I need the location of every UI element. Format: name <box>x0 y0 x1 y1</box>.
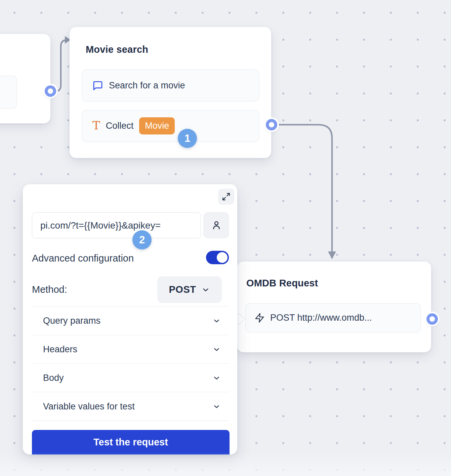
advanced-configuration-label: Advanced configuration <box>32 253 134 264</box>
flow-canvas[interactable]: Movie search Search for a movie T Collec… <box>0 0 451 476</box>
section-label: Body <box>43 373 64 383</box>
wire-movie-to-omdb <box>277 125 332 252</box>
chevron-down-icon <box>201 285 210 294</box>
node-movie-search[interactable]: Movie search Search for a movie T Collec… <box>70 27 271 158</box>
chevron-down-icon <box>212 374 221 382</box>
wire-left-to-movie <box>51 40 67 91</box>
advanced-configuration-row: Advanced configuration <box>32 250 229 266</box>
method-value: POST <box>169 284 196 295</box>
node-item[interactable] <box>0 76 17 109</box>
method-select[interactable]: POST <box>157 276 222 303</box>
node-item-send-message[interactable]: Search for a movie <box>82 70 259 102</box>
chat-bubble-icon <box>92 80 103 91</box>
node-item-label: Search for a movie <box>109 80 185 91</box>
section-headers[interactable]: Headers <box>32 335 229 364</box>
section-body[interactable]: Body <box>32 364 229 392</box>
section-query-params[interactable]: Query params <box>32 307 229 335</box>
node-omdb-request[interactable]: OMDB Request POST http://www.omdb... <box>237 262 431 352</box>
step-badge-2: 2 <box>132 230 152 249</box>
node-item-webhook[interactable]: POST http://www.omdb... <box>245 303 421 332</box>
output-port[interactable] <box>266 119 277 130</box>
test-request-button[interactable]: Test the request <box>32 430 230 454</box>
lightning-icon <box>254 313 265 323</box>
text-collect-icon: T <box>92 120 100 131</box>
step-badge-1: 1 <box>178 129 197 148</box>
method-label: Method: <box>32 284 67 295</box>
node-item-label: POST http://www.omdb... <box>270 313 372 323</box>
node-item-collect-input[interactable]: T Collect Movie <box>82 110 259 142</box>
section-label: Variable values for test <box>43 401 135 412</box>
method-row: Method: POST <box>32 276 229 303</box>
expand-icon <box>222 192 231 201</box>
chevron-down-icon <box>212 345 221 354</box>
webhook-config-panel: Advanced configuration Method: POST Quer… <box>23 184 237 454</box>
node-partial-left[interactable] <box>0 34 50 123</box>
section-label: Headers <box>43 344 77 355</box>
variable-chip-movie: Movie <box>139 117 175 135</box>
insert-variable-button[interactable] <box>203 212 229 238</box>
section-variable-values[interactable]: Variable values for test <box>32 392 229 421</box>
chevron-down-icon <box>212 402 221 411</box>
node-item-label: Collect <box>106 121 134 131</box>
node-title: OMDB Request <box>246 278 318 289</box>
chevron-down-icon <box>212 317 221 325</box>
expand-button[interactable] <box>218 189 234 205</box>
section-label: Query params <box>43 316 100 326</box>
output-port[interactable] <box>45 85 56 97</box>
person-icon <box>211 220 222 231</box>
advanced-configuration-toggle[interactable] <box>206 251 229 264</box>
url-input[interactable] <box>32 212 201 238</box>
output-port[interactable] <box>426 313 438 325</box>
node-title: Movie search <box>86 44 148 55</box>
wire-arrowhead-down-icon <box>328 251 336 259</box>
toggle-knob <box>217 252 228 263</box>
config-sections: Query params Headers Body Variable value… <box>32 306 229 421</box>
